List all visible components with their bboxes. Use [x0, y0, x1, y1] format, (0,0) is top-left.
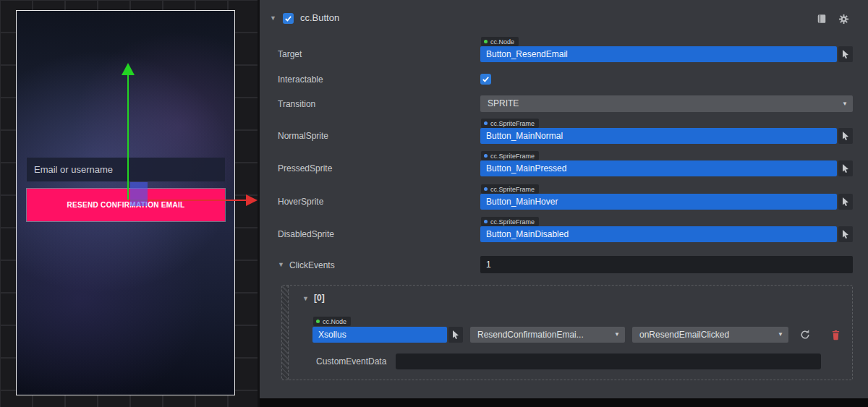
collapse-event-0-icon[interactable]: ▼: [302, 296, 309, 302]
spriteframe-type-label: cc.SpriteFrame: [490, 153, 535, 160]
event-node-field[interactable]: Xsollus: [312, 327, 447, 343]
target-node-field[interactable]: Button_ResendEmail: [480, 46, 837, 62]
spriteframe-type-label: cc.SpriteFrame: [490, 120, 535, 127]
chevron-down-icon: ▼: [614, 327, 620, 343]
transition-value: SPRITE: [488, 98, 519, 108]
custom-event-data-label: CustomEventData: [316, 354, 386, 369]
email-input-node[interactable]: Email or username: [27, 158, 225, 181]
cursor-icon: [843, 230, 848, 239]
hover-sprite-type-badge: cc.SpriteFrame: [481, 184, 539, 194]
spriteframe-type-dot-icon: [484, 121, 488, 125]
chevron-down-icon: ▼: [842, 95, 848, 112]
interactable-checkbox[interactable]: [480, 74, 491, 85]
custom-event-data-input[interactable]: [396, 354, 821, 369]
event-node-type-label: cc.Node: [323, 318, 346, 325]
hover-sprite-ref-row: Button_MainHover: [480, 194, 853, 210]
inspector-bottom-strip: [260, 398, 868, 407]
collapse-component-icon[interactable]: ▼: [270, 15, 276, 22]
normal-sprite-label: NormalSprite: [278, 128, 328, 144]
clickevents-count-input[interactable]: [480, 256, 853, 273]
node-type-dot-icon: [484, 40, 488, 43]
target-label: Target: [278, 46, 302, 62]
inspector-panel: ▼ cc.Button Target cc.Node Button_Resend…: [260, 0, 868, 407]
event-box-hatch-strip: [282, 286, 289, 380]
interactable-label: Interactable: [278, 72, 323, 87]
event-component-dropdown[interactable]: ResendConfirmationEmai... ▼: [470, 327, 625, 343]
hover-sprite-label: HoverSprite: [278, 194, 323, 210]
gizmo-x-axis-arrow-icon[interactable]: [246, 194, 258, 206]
email-placeholder-text: Email or username: [34, 164, 113, 175]
event-0-index-label: [0]: [314, 293, 325, 303]
node-picker-button[interactable]: [838, 46, 853, 62]
trash-icon[interactable]: [827, 327, 843, 342]
target-type-badge: cc.Node: [481, 37, 519, 46]
transition-label: Transition: [278, 96, 315, 112]
gear-icon[interactable]: [835, 12, 851, 26]
pressed-sprite-ref-row: Button_MainPressed: [480, 160, 853, 176]
pressed-sprite-type-badge: cc.SpriteFrame: [481, 151, 539, 160]
asset-picker-button[interactable]: [838, 194, 853, 210]
cursor-icon: [453, 330, 459, 339]
normal-sprite-type-badge: cc.SpriteFrame: [481, 119, 539, 128]
cursor-icon: [843, 164, 848, 173]
event-node-ref-row: Xsollus: [312, 327, 463, 343]
disabled-sprite-type-badge: cc.SpriteFrame: [481, 217, 539, 226]
node-picker-button[interactable]: [448, 327, 463, 343]
asset-picker-button[interactable]: [838, 160, 853, 176]
disabled-sprite-field[interactable]: Button_MainDisabled: [480, 226, 837, 242]
transition-dropdown[interactable]: SPRITE ▼: [480, 95, 853, 112]
asset-picker-button[interactable]: [838, 128, 853, 144]
gizmo-xy-plane-handle[interactable]: [130, 182, 148, 206]
event-component-value: ResendConfirmationEmai...: [477, 330, 584, 340]
target-ref-row: Button_ResendEmail: [480, 46, 853, 62]
refresh-icon[interactable]: [797, 327, 813, 342]
cursor-icon: [843, 50, 848, 59]
target-type-label: cc.Node: [490, 38, 514, 46]
disabled-sprite-ref-row: Button_MainDisabled: [480, 226, 853, 242]
pressed-sprite-field[interactable]: Button_MainPressed: [480, 160, 837, 176]
collapse-clickevents-icon[interactable]: ▼: [278, 262, 284, 268]
event-handler-value: onResendEmailClicked: [639, 330, 729, 340]
resend-email-button-node[interactable]: RESEND CONFIRMATION EMAIL: [27, 189, 225, 221]
spriteframe-type-dot-icon: [484, 154, 488, 158]
component-enabled-checkbox[interactable]: [283, 13, 294, 24]
asset-picker-button[interactable]: [838, 226, 853, 242]
resend-button-label: RESEND CONFIRMATION EMAIL: [67, 201, 185, 209]
node-type-dot-icon: [316, 320, 320, 323]
disabled-sprite-label: DisabledSprite: [278, 226, 334, 242]
check-icon: [284, 14, 292, 22]
component-title: cc.Button: [300, 12, 339, 23]
spriteframe-type-dot-icon: [484, 220, 488, 223]
normal-sprite-ref-row: Button_MainNormal: [480, 128, 853, 144]
gizmo-y-axis-line[interactable]: [127, 74, 129, 200]
scene-view: Email or username RESEND CONFIRMATION EM…: [0, 0, 258, 407]
component-header: ▼ cc.Button: [260, 0, 868, 32]
help-docs-icon[interactable]: [814, 12, 830, 26]
spriteframe-type-label: cc.SpriteFrame: [490, 218, 535, 226]
normal-sprite-field[interactable]: Button_MainNormal: [480, 128, 837, 144]
pressed-sprite-label: PressedSprite: [278, 160, 332, 176]
click-event-0-box: ▼ [0] cc.Node Xsollus ResendConfirmation…: [281, 285, 853, 380]
chevron-down-icon: ▼: [778, 327, 783, 343]
hover-sprite-field[interactable]: Button_MainHover: [480, 194, 837, 210]
spriteframe-type-dot-icon: [484, 187, 488, 191]
spriteframe-type-label: cc.SpriteFrame: [490, 186, 535, 193]
event-handler-dropdown[interactable]: onResendEmailClicked ▼: [632, 327, 788, 343]
cursor-icon: [843, 197, 848, 206]
gizmo-y-axis-arrow-icon[interactable]: [122, 63, 135, 75]
event-node-type-badge: cc.Node: [313, 317, 351, 326]
clickevents-label: ClickEvents: [289, 257, 335, 274]
cursor-icon: [843, 132, 848, 140]
check-icon: [482, 75, 490, 83]
